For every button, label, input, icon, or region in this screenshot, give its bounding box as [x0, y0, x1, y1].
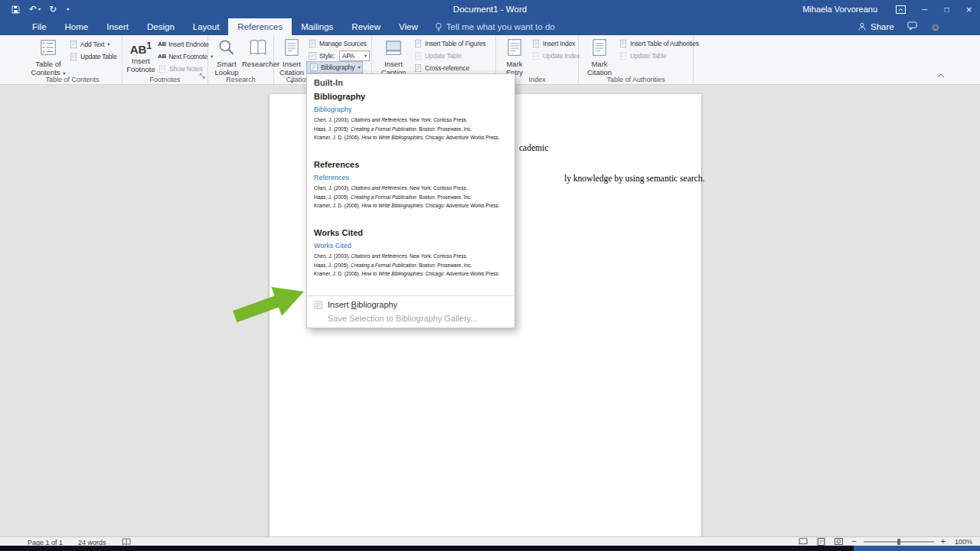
- gallery-item-works-cited[interactable]: Works Cited Works Cited Chen, J. (2003).…: [307, 225, 514, 293]
- group-table-of-authorities: Mark Citation Insert Table of Authoritie…: [579, 35, 694, 84]
- group-label-table-of-authorities: Table of Authorities: [579, 76, 693, 83]
- table-of-contents-icon: [38, 37, 58, 57]
- tab-home[interactable]: Home: [56, 18, 98, 35]
- taskbar-segment: [854, 546, 980, 551]
- show-notes-button: Show Notes: [158, 63, 203, 74]
- cross-reference-icon: [413, 64, 423, 73]
- update-index-button: Update Index: [531, 50, 580, 61]
- insert-bibliography-menu-item[interactable]: Insert Bibliography: [307, 298, 514, 311]
- web-layout-icon: [835, 538, 843, 545]
- tab-references[interactable]: References: [228, 18, 292, 35]
- update-table-icon: [619, 51, 628, 60]
- bibliography-button[interactable]: Bibliography▾: [306, 61, 363, 73]
- insert-footnote-icon: AB1: [124, 37, 158, 57]
- preview-citation: Chen, J. (2003). Citations and Reference…: [314, 184, 508, 193]
- undo-icon: ↶: [29, 5, 37, 14]
- update-table-icon: [69, 52, 78, 61]
- undo-button[interactable]: ↶▾: [29, 5, 41, 14]
- save-button[interactable]: [11, 5, 21, 15]
- manage-sources-icon: [308, 39, 317, 48]
- zoom-level[interactable]: 100%: [952, 538, 972, 546]
- proofing-book-icon: [122, 538, 131, 546]
- share-button[interactable]: Share: [858, 22, 894, 31]
- gallery-item-references[interactable]: References References Chen, J. (2003). C…: [307, 157, 514, 225]
- gallery-item-bibliography[interactable]: Bibliography Bibliography Chen, J. (2003…: [307, 89, 514, 157]
- title-bar: ↶▾ ↻ ▾ Document1 - Word Mihaela Vorvorea…: [0, 0, 980, 18]
- style-select[interactable]: APA▾: [339, 51, 370, 61]
- tell-me-box[interactable]: Tell me what you want to do: [435, 18, 555, 35]
- signed-in-user[interactable]: Mihaela Vorvoreanu: [792, 5, 888, 14]
- tab-mailings[interactable]: Mailings: [292, 18, 342, 35]
- ribbon-display-options-button[interactable]: [888, 0, 913, 18]
- group-footnotes: AB1 Insert Footnote AB Insert Endnote AB…: [122, 35, 208, 84]
- insert-citation-icon: [282, 37, 302, 57]
- insert-footnote-button[interactable]: AB1 Insert Footnote: [124, 37, 158, 73]
- insert-caption-button[interactable]: Insert Caption: [377, 37, 410, 77]
- insert-table-of-figures-icon: [413, 39, 423, 48]
- zoom-in-button[interactable]: +: [941, 537, 946, 546]
- next-footnote-button[interactable]: AB Next Footnote▾: [158, 51, 213, 62]
- undo-dropdown-icon[interactable]: ▾: [38, 7, 41, 11]
- researcher-button[interactable]: Researcher: [242, 37, 274, 68]
- redo-icon: ↻: [49, 5, 57, 14]
- menu-separator: [308, 295, 514, 296]
- add-text-button[interactable]: Add Text▾: [69, 38, 109, 50]
- update-table-captions-button: Update Table: [413, 50, 462, 61]
- update-table-button[interactable]: Update Table: [69, 51, 117, 62]
- preview-citation: Kramer, J. D. (2006). How to Write Bibli…: [314, 201, 508, 210]
- insert-index-button[interactable]: Insert Index: [531, 37, 575, 49]
- smart-lookup-button[interactable]: Smart Lookup: [211, 37, 242, 77]
- status-bar: Page 1 of 1 24 words − + 100%: [0, 536, 980, 546]
- tab-insert[interactable]: Insert: [97, 18, 138, 35]
- manage-sources-button[interactable]: Manage Sources: [308, 37, 366, 49]
- preview-citation: Chen, J. (2003). Citations and Reference…: [314, 116, 508, 125]
- read-mode-button[interactable]: [797, 537, 809, 546]
- tab-layout[interactable]: Layout: [184, 18, 229, 35]
- insert-table-of-authorities-button[interactable]: Insert Table of Authorities: [619, 37, 699, 49]
- update-index-icon: [531, 51, 541, 60]
- next-footnote-icon: AB: [158, 53, 166, 60]
- table-of-contents-button[interactable]: Table of Contents ▾: [28, 37, 69, 77]
- add-text-icon: [69, 40, 78, 49]
- print-layout-icon: [818, 538, 825, 546]
- maximize-button[interactable]: □: [936, 0, 958, 18]
- group-table-of-contents: Table of Contents ▾ Add Text▾ Update Tab…: [23, 35, 122, 84]
- preview-citation: Kramer, J. D. (2006). How to Write Bibli…: [314, 133, 508, 142]
- mark-entry-button[interactable]: Mark Entry: [499, 37, 530, 77]
- print-layout-button[interactable]: [816, 537, 826, 546]
- preview-citation: Haas, J. (2005). Creating a Formal Publi…: [314, 193, 508, 202]
- close-button[interactable]: ×: [958, 0, 980, 18]
- update-table-icon: [413, 51, 423, 60]
- insert-index-icon: [531, 39, 541, 48]
- zoom-out-button[interactable]: −: [851, 537, 856, 546]
- zoom-slider-thumb[interactable]: [897, 539, 900, 545]
- mark-citation-button[interactable]: Mark Citation: [583, 37, 616, 77]
- feedback-smiley-button[interactable]: ☺: [930, 22, 940, 32]
- quick-access-toolbar: ↶▾ ↻ ▾: [0, 5, 69, 15]
- tab-file[interactable]: File: [23, 18, 56, 35]
- mark-entry-icon: [505, 37, 524, 57]
- preview-heading: Works Cited: [314, 242, 508, 249]
- dropdown-icon: ▾: [364, 53, 367, 59]
- insert-table-of-figures-button[interactable]: Insert Table of Figures: [413, 37, 485, 49]
- menu-header-built-in: Built-In: [307, 74, 514, 89]
- cross-reference-button[interactable]: Cross-reference: [413, 62, 469, 73]
- dropdown-icon: ▾: [358, 64, 360, 70]
- redo-button[interactable]: ↻: [49, 5, 57, 14]
- group-label-footnotes: Footnotes: [122, 76, 207, 83]
- minimize-button[interactable]: ─: [913, 0, 936, 18]
- insert-table-of-authorities-icon: [619, 39, 628, 48]
- group-label-research: Research: [208, 76, 273, 83]
- collapse-ribbon-button[interactable]: [937, 67, 945, 81]
- zoom-slider[interactable]: [864, 541, 934, 543]
- tabrow-right: Share ☺: [858, 18, 980, 35]
- read-mode-icon: [799, 538, 808, 545]
- tab-design[interactable]: Design: [138, 18, 184, 35]
- tab-view[interactable]: View: [390, 18, 427, 35]
- insert-endnote-button[interactable]: AB Insert Endnote: [158, 38, 209, 50]
- web-layout-button[interactable]: [833, 537, 844, 546]
- comment-icon: [907, 21, 917, 31]
- comments-button[interactable]: [907, 20, 917, 34]
- customize-qat-button[interactable]: ▾: [65, 7, 69, 11]
- tab-review[interactable]: Review: [342, 18, 390, 35]
